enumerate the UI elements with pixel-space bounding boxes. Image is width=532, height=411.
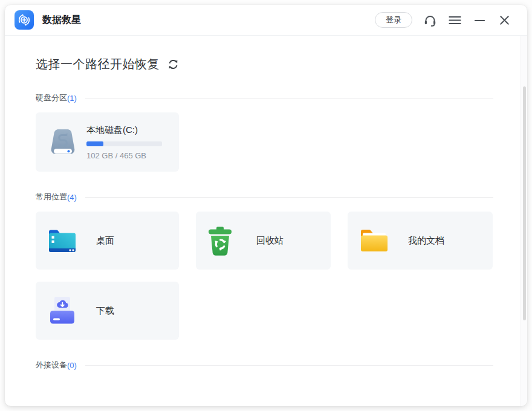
login-button[interactable]: 登录 (375, 12, 412, 28)
disk-card-c[interactable]: 本地磁盘(C:) 102 GB / 465 GB (36, 112, 179, 172)
section-divider (85, 98, 493, 99)
close-button[interactable] (497, 13, 511, 27)
location-card-desktop[interactable]: 桌面 (36, 212, 179, 270)
documents-folder-icon (357, 225, 391, 256)
page-title-row: 选择一个路径开始恢复 (36, 56, 493, 73)
section-header-external: 外接设备(0) (36, 360, 493, 371)
section-divider (85, 365, 493, 366)
app-logo-icon (15, 10, 34, 30)
location-label: 桌面 (96, 235, 114, 247)
disk-info: 本地磁盘(C:) 102 GB / 465 GB (86, 125, 162, 160)
desktop-folder-icon (45, 225, 79, 256)
scrollbar-thumb[interactable] (523, 86, 526, 320)
minimize-icon (473, 13, 487, 27)
recycle-bin-icon (206, 225, 239, 256)
section-count: (1) (67, 94, 77, 103)
refresh-button[interactable] (166, 58, 180, 71)
section-header-partitions: 硬盘分区(1) (36, 92, 493, 103)
hard-drive-icon (47, 126, 79, 158)
disk-usage-fill (86, 141, 103, 146)
app-window: 数据救星 登录 (5, 5, 527, 406)
locations-grid: 桌面 (36, 212, 493, 340)
titlebar: 数据救星 登录 (5, 5, 527, 36)
section-label: 硬盘分区 (36, 92, 67, 103)
disk-size-text: 102 GB / 465 GB (86, 151, 162, 160)
section-label: 常用位置 (36, 192, 67, 202)
minimize-button[interactable] (472, 13, 487, 27)
location-card-documents[interactable]: 我的文档 (348, 212, 493, 270)
location-card-recycle-bin[interactable]: 回收站 (196, 212, 331, 270)
titlebar-controls: 登录 (375, 12, 511, 28)
disk-usage-bar (86, 141, 162, 146)
refresh-icon (167, 59, 179, 70)
location-card-downloads[interactable]: 下载 (36, 282, 179, 340)
menu-icon[interactable] (447, 13, 462, 27)
location-label: 下载 (96, 305, 114, 317)
page-title: 选择一个路径开始恢复 (36, 56, 160, 73)
close-icon (498, 13, 511, 27)
section-header-locations: 常用位置(4) (36, 192, 493, 202)
app-title: 数据救星 (42, 14, 81, 27)
location-label: 回收站 (256, 235, 284, 247)
disk-name: 本地磁盘(C:) (86, 125, 162, 136)
downloads-tray-icon (45, 295, 79, 326)
section-label: 外接设备 (36, 360, 67, 371)
location-label: 我的文档 (408, 235, 444, 247)
section-divider (85, 197, 493, 198)
main-content: 选择一个路径开始恢复 硬盘分区(1) (5, 56, 527, 371)
section-count: (0) (67, 361, 77, 370)
support-headset-icon[interactable] (423, 13, 437, 27)
section-count: (4) (67, 193, 77, 202)
